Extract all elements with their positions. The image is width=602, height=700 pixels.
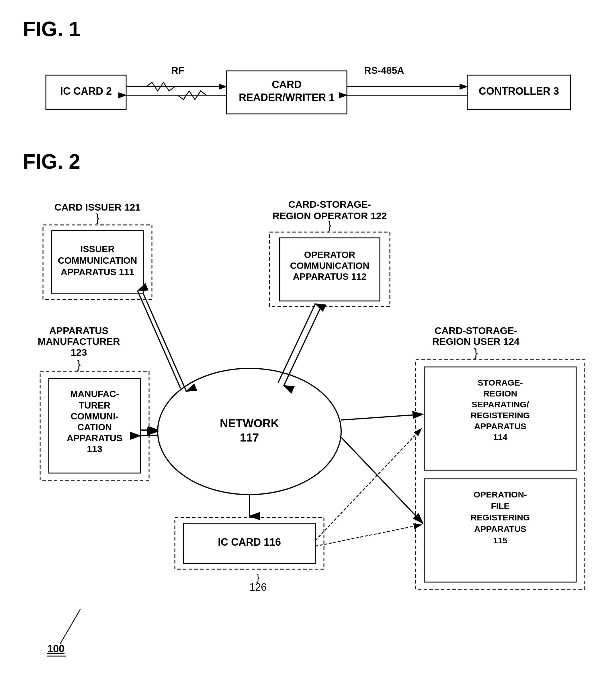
svg-text:NETWORK: NETWORK xyxy=(220,417,279,429)
svg-text:}: } xyxy=(328,219,331,231)
svg-text:SEPARATING/: SEPARATING/ xyxy=(472,400,529,409)
svg-text:REGISTERING: REGISTERING xyxy=(471,512,530,522)
svg-text:TURER: TURER xyxy=(79,400,110,410)
svg-text:RS-485A: RS-485A xyxy=(364,65,404,76)
svg-text:OPERATION-: OPERATION- xyxy=(474,490,527,499)
svg-text:IC CARD 116: IC CARD 116 xyxy=(218,536,281,548)
svg-text:APPARATUS: APPARATUS xyxy=(49,325,109,336)
svg-text:123: 123 xyxy=(71,347,87,358)
svg-text:COMMUNICATION: COMMUNICATION xyxy=(58,255,137,266)
svg-text:COMMUNICATION: COMMUNICATION xyxy=(290,260,369,271)
svg-text:CONTROLLER 3: CONTROLLER 3 xyxy=(479,85,559,97)
svg-text:CARD: CARD xyxy=(272,79,302,90)
svg-text:117: 117 xyxy=(240,431,259,444)
svg-text:STORAGE-: STORAGE- xyxy=(478,378,523,387)
svg-line-50 xyxy=(278,304,315,383)
svg-text:}: } xyxy=(77,358,81,371)
svg-text:APPARATUS 112: APPARATUS 112 xyxy=(293,271,367,282)
svg-text:CATION: CATION xyxy=(77,422,112,432)
svg-text:FILE: FILE xyxy=(491,501,510,511)
svg-text:100: 100 xyxy=(47,643,64,655)
svg-text:IC CARD 2: IC CARD 2 xyxy=(60,85,112,97)
svg-line-92 xyxy=(315,525,421,546)
svg-line-85 xyxy=(341,437,423,523)
svg-text:APPARATUS: APPARATUS xyxy=(474,421,526,431)
svg-text:REGION: REGION xyxy=(483,389,517,398)
svg-text:REGION USER 124: REGION USER 124 xyxy=(432,336,519,347)
svg-line-84 xyxy=(341,414,423,420)
fig2-title: FIG. 2 xyxy=(23,150,579,173)
svg-line-94 xyxy=(60,609,80,644)
svg-text:}: } xyxy=(96,212,99,224)
svg-text:APPARATUS: APPARATUS xyxy=(474,524,526,533)
svg-text:OPERATOR: OPERATOR xyxy=(304,250,355,260)
svg-text:CARD-STORAGE-: CARD-STORAGE- xyxy=(435,325,517,336)
svg-text:115: 115 xyxy=(493,535,507,545)
svg-text:CARD ISSUER 121: CARD ISSUER 121 xyxy=(54,202,140,212)
svg-text:126: 126 xyxy=(250,581,267,593)
svg-line-49 xyxy=(284,307,321,385)
svg-text:COMMUNI-: COMMUNI- xyxy=(71,411,119,421)
svg-text:REGISTERING: REGISTERING xyxy=(471,410,530,420)
svg-text:APPARATUS: APPARATUS xyxy=(67,433,123,443)
svg-text:MANUFAC-: MANUFAC- xyxy=(70,389,119,399)
svg-text:ISSUER: ISSUER xyxy=(80,244,114,254)
svg-text:MANUFACTURER: MANUFACTURER xyxy=(37,336,120,347)
svg-text:READER/WRITER 1: READER/WRITER 1 xyxy=(239,92,335,103)
svg-text:RF: RF xyxy=(171,65,184,76)
svg-text:114: 114 xyxy=(493,432,507,442)
svg-text:CARD-STORAGE-: CARD-STORAGE- xyxy=(288,199,371,210)
svg-line-47 xyxy=(143,294,186,391)
svg-text:}: } xyxy=(474,347,478,359)
svg-text:113: 113 xyxy=(87,444,102,454)
svg-text:APPARATUS 111: APPARATUS 111 xyxy=(61,267,134,277)
fig1-title: FIG. 1 xyxy=(23,17,579,41)
